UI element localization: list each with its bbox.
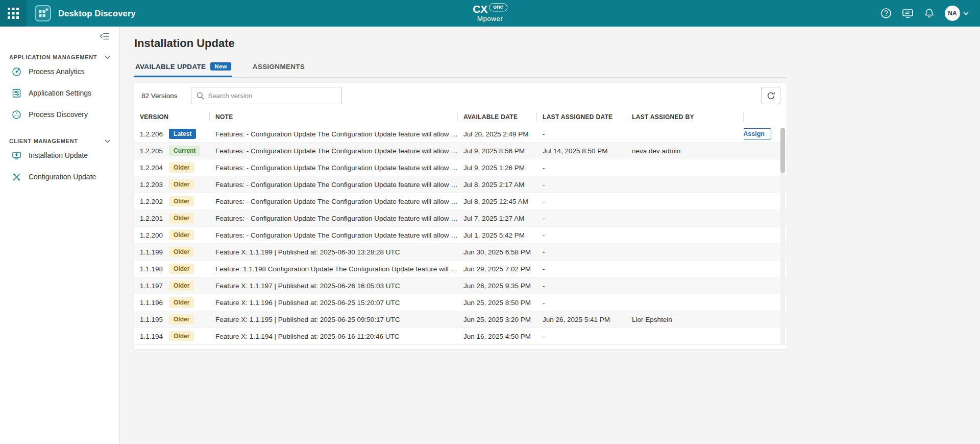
version-number: 1.2.201	[140, 215, 163, 222]
column-header-actions	[744, 112, 787, 122]
note-cell: Feature X: 1.1.196 | Published at: 2025-…	[210, 299, 458, 307]
available-date-cell: Jul 9, 2025 8:56 PM	[458, 147, 537, 155]
sidebar-item-process-analytics[interactable]: Process Analytics	[0, 61, 119, 82]
table-row[interactable]: 1.1.194 Older Feature X: 1.1.194 | Publi…	[134, 328, 787, 345]
version-number: 1.2.204	[140, 164, 163, 172]
available-date-cell: Jul 8, 2025 2:17 AM	[458, 181, 537, 189]
application-settings-icon	[11, 88, 21, 98]
version-status-badge: Older	[169, 196, 194, 206]
version-number: 1.2.205	[140, 147, 163, 155]
table-row[interactable]: 1.1.196 Older Feature X: 1.1.196 | Publi…	[134, 294, 787, 311]
user-menu[interactable]: NA	[945, 6, 969, 21]
last-assigned-date-cell: Jul 14, 2025 8:50 PM	[537, 147, 626, 155]
refresh-icon	[767, 91, 775, 100]
last-assigned-date-cell: -	[537, 181, 626, 189]
last-assigned-date-cell: -	[537, 248, 626, 256]
last-assigned-date-cell: -	[537, 282, 626, 290]
table-body: 1.2.206 Latest Features: - Configuration…	[134, 126, 787, 345]
table-row[interactable]: 1.1.197 Older Feature X: 1.1.197 | Publi…	[134, 277, 787, 294]
last-assigned-date-cell: Jun 26, 2025 5:41 PM	[537, 316, 626, 323]
sidebar-item-label: Application Settings	[29, 89, 91, 97]
process-analytics-icon	[11, 67, 21, 77]
version-number: 1.2.203	[140, 181, 163, 189]
last-assigned-date-cell: -	[537, 130, 626, 138]
tab-available-update[interactable]: AVAILABLE UPDATE New	[134, 62, 232, 77]
available-date-cell: Jul 8, 2025 12:45 AM	[458, 198, 537, 205]
new-badge: New	[210, 62, 231, 71]
refresh-button[interactable]	[761, 87, 780, 104]
screen-share-icon[interactable]	[902, 8, 914, 19]
last-assigned-by-cell: neva dev admin	[626, 147, 744, 155]
sidebar-item-label: Installation Update	[29, 151, 88, 159]
user-avatar[interactable]: NA	[945, 6, 960, 21]
column-header-note[interactable]: NOTE	[210, 112, 458, 122]
version-status-badge: Older	[169, 247, 194, 257]
available-date-cell: Jul 1, 2025 5:42 PM	[458, 231, 537, 239]
versions-count: 82 Versions	[141, 92, 178, 100]
table-row[interactable]: 1.2.203 Older Features: - Configuration …	[134, 176, 787, 193]
configuration-update-icon	[11, 172, 21, 182]
collapse-sidebar-icon[interactable]	[99, 32, 110, 41]
table-row[interactable]: 1.1.198 Older Feature: 1.1.198 Configura…	[134, 261, 787, 277]
installation-update-icon	[11, 151, 21, 160]
sidebar-section-application-management[interactable]: APPLICATION MANAGEMENT	[0, 54, 119, 60]
versions-card: 82 Versions VERSION NOTE AVAILABLE DATE …	[134, 83, 787, 349]
version-status-badge: Older	[169, 162, 194, 173]
version-number: 1.1.195	[140, 316, 163, 323]
last-assigned-date-cell: -	[537, 215, 626, 222]
column-header-version[interactable]: VERSION	[134, 112, 210, 122]
notifications-bell-icon[interactable]	[924, 8, 935, 19]
table-row[interactable]: 1.2.206 Latest Features: - Configuration…	[134, 126, 787, 143]
version-number: 1.1.196	[140, 299, 163, 307]
sidebar-section-client-management[interactable]: CLIENT MANAGEMENT	[0, 138, 119, 144]
sidebar-item-application-settings[interactable]: Application Settings	[0, 83, 119, 103]
sidebar-item-process-discovery[interactable]: Process Discovery	[0, 104, 119, 125]
sidebar-item-installation-update[interactable]: Installation Update	[0, 145, 119, 166]
column-header-last-assigned-by[interactable]: LAST ASSIGNED BY	[626, 112, 744, 122]
logo-mpower: Mpower	[473, 15, 507, 22]
section-label: CLIENT MANAGEMENT	[9, 138, 78, 144]
available-date-cell: Jul 7, 2025 1:27 AM	[458, 215, 537, 222]
note-cell: Features: - Configuration Update The Con…	[210, 198, 458, 205]
column-header-available-date[interactable]: AVAILABLE DATE	[458, 112, 537, 122]
table-row[interactable]: 1.2.200 Older Features: - Configuration …	[134, 227, 787, 244]
search-input[interactable]	[208, 92, 336, 100]
table-row[interactable]: 1.2.202 Older Features: - Configuration …	[134, 193, 787, 210]
version-status-badge: Older	[169, 213, 194, 223]
sidebar-item-configuration-update[interactable]: Configuration Update	[0, 167, 119, 187]
version-status-badge: Older	[169, 297, 194, 308]
available-date-cell: Jul 9, 2025 1:26 PM	[458, 164, 537, 172]
available-date-cell: Jun 25, 2025 3:20 PM	[458, 316, 537, 323]
app-launcher-icon[interactable]	[0, 0, 27, 27]
search-box[interactable]	[191, 87, 342, 104]
app-title: Desktop Discovery	[58, 9, 136, 18]
available-date-cell: Jul 20, 2025 2:49 PM	[458, 130, 537, 138]
desktop-discovery-app-icon	[34, 4, 52, 22]
table-row[interactable]: 1.1.199 Older Feature X: 1.1.199 | Publi…	[134, 244, 787, 261]
version-status-badge: Current	[169, 146, 200, 156]
version-number: 1.1.194	[140, 333, 163, 340]
last-assigned-date-cell: -	[537, 299, 626, 307]
table-row[interactable]: 1.2.201 Older Features: - Configuration …	[134, 210, 787, 227]
note-cell: Feature X: 1.1.194 | Published at: 2025-…	[210, 333, 458, 340]
version-number: 1.1.198	[140, 265, 163, 273]
available-date-cell: Jun 30, 2025 6:58 PM	[458, 248, 537, 256]
vertical-scrollbar[interactable]	[780, 128, 785, 345]
version-number: 1.1.199	[140, 248, 163, 256]
version-status-badge: Latest	[169, 129, 196, 139]
column-header-last-assigned-date[interactable]: LAST ASSIGNED DATE	[537, 112, 626, 122]
table-row[interactable]: 1.2.204 Older Features: - Configuration …	[134, 159, 787, 176]
note-cell: Features: - Configuration Update The Con…	[210, 215, 458, 222]
chevron-down-icon	[105, 56, 110, 59]
page-title: Installation Update	[134, 37, 980, 50]
version-status-badge: Older	[169, 179, 194, 190]
assign-button[interactable]: Assign	[744, 128, 771, 139]
scrollbar-thumb[interactable]	[780, 128, 785, 173]
help-icon[interactable]	[880, 8, 892, 19]
note-cell: Features: - Configuration Update The Con…	[210, 231, 458, 239]
logo-one-bubble: one	[489, 4, 507, 12]
table-row[interactable]: 1.2.205 Current Features: - Configuratio…	[134, 143, 787, 159]
tab-assignments[interactable]: ASSIGNMENTS	[252, 62, 306, 77]
table-row[interactable]: 1.1.195 Older Feature X: 1.1.195 | Publi…	[134, 311, 787, 328]
top-bar: Desktop Discovery CX one Mpower	[0, 0, 980, 27]
